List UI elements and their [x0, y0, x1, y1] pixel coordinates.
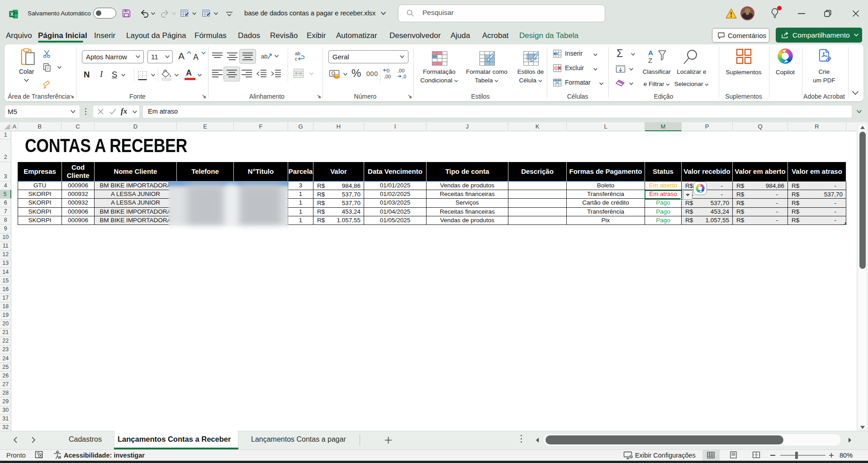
svg-text:,00: ,00 — [398, 68, 404, 73]
svg-text:Z: Z — [648, 57, 652, 64]
svg-text:,0: ,0 — [402, 74, 406, 79]
svg-text:,00: ,00 — [384, 74, 391, 79]
svg-text:ab: ab — [261, 53, 267, 60]
svg-text:X: X — [10, 12, 14, 17]
svg-text:A: A — [648, 49, 653, 57]
svg-text:0: 0 — [387, 68, 389, 73]
svg-text:c: c — [295, 56, 298, 62]
svg-text:ab: ab — [295, 51, 300, 56]
